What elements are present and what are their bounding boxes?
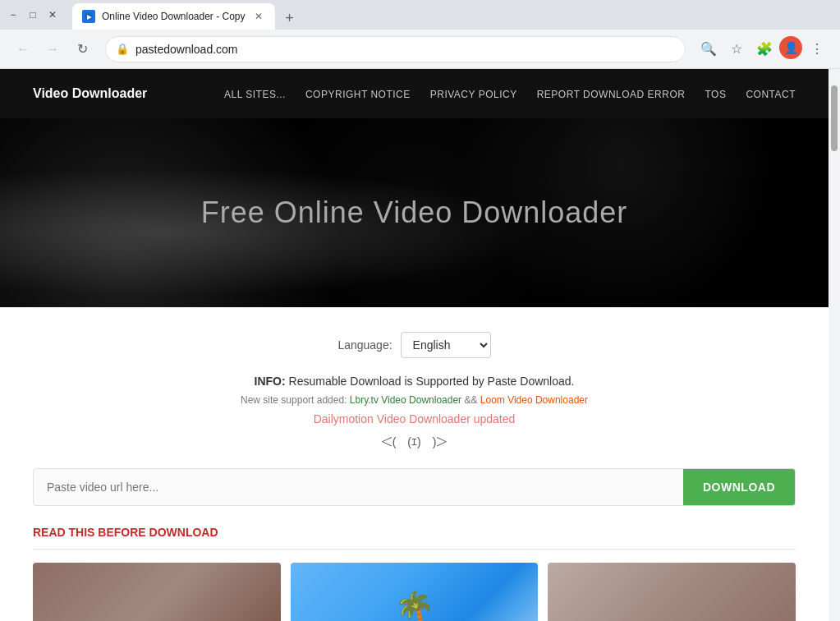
tab-bar: ▶ Online Video Downloader - Copy ✕ +	[69, 0, 305, 30]
site-navigation: Video Downloader ALL SITES... COPYRIGHT …	[0, 69, 829, 118]
download-button[interactable]: DOWNLOAD	[683, 469, 795, 505]
separator: &&	[464, 394, 480, 406]
new-sites-prefix: New site support added:	[241, 394, 347, 406]
info-message: Resumable Download is Supported by Paste…	[289, 375, 575, 388]
profile-button[interactable]: 👤	[779, 36, 802, 59]
extensions-button[interactable]: 🧩	[751, 36, 778, 62]
nav-tos[interactable]: TOS	[705, 89, 726, 100]
tab-title: Online Video Downloader - Copy	[102, 11, 246, 22]
download-area: DOWNLOAD	[33, 468, 796, 506]
nav-privacy[interactable]: PRIVACY POLICY	[430, 89, 517, 100]
browser-frame: − □ ✕ ▶ Online Video Downloader - Copy ✕…	[0, 0, 840, 621]
read-before-heading: READ THIS BEFORE DOWNLOAD	[33, 526, 796, 550]
browser-toolbar: ← → ↻ 🔒 pastedownload.com 🔍 ☆ 🧩 👤 ⋮	[0, 30, 840, 69]
nav-links: ALL SITES... COPYRIGHT NOTICE PRIVACY PO…	[224, 86, 796, 101]
hero-section: Free Online Video Downloader	[0, 118, 829, 307]
nav-copyright[interactable]: COPYRIGHT NOTICE	[305, 89, 411, 100]
tab-close-button[interactable]: ✕	[252, 10, 265, 23]
site-logo[interactable]: Video Downloader	[33, 86, 147, 101]
info-section: INFO: Resumable Download is Supported by…	[33, 375, 796, 448]
restore-button[interactable]: □	[26, 8, 39, 21]
site-content: Video Downloader ALL SITES... COPYRIGHT …	[0, 69, 829, 621]
new-tab-button[interactable]: +	[278, 7, 301, 30]
nav-contact[interactable]: CONTACT	[746, 89, 796, 100]
tab-favicon: ▶	[82, 10, 95, 23]
lbry-link[interactable]: Lbry.tv Video Downloader	[350, 394, 461, 406]
scrollbar[interactable]	[829, 69, 840, 621]
lock-icon: 🔒	[116, 43, 129, 55]
thumbnails-row: 🌴	[33, 563, 796, 621]
thumbnail-1	[33, 563, 281, 621]
thumbnail-2: 🌴	[291, 563, 539, 621]
main-content: Language: English Spanish French German …	[0, 307, 829, 621]
back-button[interactable]: ←	[10, 36, 36, 62]
reload-button[interactable]: ↻	[69, 36, 95, 62]
thumbnail-3	[548, 563, 796, 621]
language-label: Language:	[337, 338, 392, 352]
address-bar[interactable]: 🔒 pastedownload.com	[105, 36, 686, 62]
palm-icon: 🌴	[394, 590, 435, 621]
search-button[interactable]: 🔍	[695, 36, 722, 62]
language-select[interactable]: English Spanish French German Chinese Ja…	[401, 332, 491, 358]
new-sites-text: New site support added: Lbry.tv Video Do…	[33, 394, 796, 406]
title-bar: − □ ✕ ▶ Online Video Downloader - Copy ✕…	[0, 0, 840, 30]
url-display: pastedownload.com	[135, 43, 675, 56]
bookmark-button[interactable]: ☆	[723, 36, 750, 62]
chrome-menu-button[interactable]: ⋮	[804, 36, 830, 62]
forward-button[interactable]: →	[39, 36, 66, 62]
info-text: INFO: Resumable Download is Supported by…	[33, 375, 796, 388]
url-input[interactable]	[34, 469, 683, 505]
scrollbar-thumb[interactable]	[831, 85, 838, 151]
emoji-row: ＜( (ｴ) )＞	[33, 435, 796, 448]
nav-all-sites[interactable]: ALL SITES...	[224, 89, 286, 100]
close-button[interactable]: ✕	[46, 8, 59, 21]
language-row: Language: English Spanish French German …	[33, 332, 796, 358]
info-label: INFO:	[255, 375, 286, 388]
window-controls: − □ ✕	[7, 8, 59, 21]
hero-title: Free Online Video Downloader	[201, 196, 628, 230]
toolbar-actions: 🔍 ☆ 🧩 👤 ⋮	[695, 36, 830, 62]
minimize-button[interactable]: −	[7, 8, 20, 21]
active-tab[interactable]: ▶ Online Video Downloader - Copy ✕	[72, 3, 275, 30]
nav-report[interactable]: REPORT DOWNLOAD ERROR	[537, 89, 686, 100]
dailymotion-text: Dailymotion Video Downloader updated	[33, 412, 796, 426]
loom-link[interactable]: Loom Video Downloader	[480, 394, 588, 406]
site-wrapper: Video Downloader ALL SITES... COPYRIGHT …	[0, 69, 840, 621]
